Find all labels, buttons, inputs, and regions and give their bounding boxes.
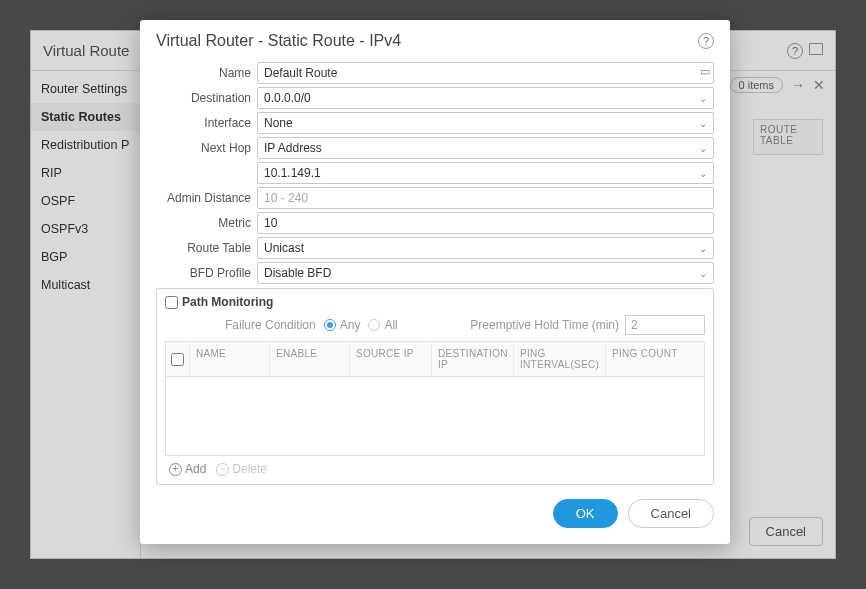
modal-footer: OK Cancel [140,485,730,528]
pm-table-head: NAME ENABLE SOURCE IP DESTINATION IP PIN… [166,342,704,377]
pm-title-row: Path Monitoring [165,295,705,309]
pm-add-button[interactable]: + Add [169,462,206,476]
nexthop-value: 10.1.149.1 [264,166,321,180]
modal-body: Name ▭ Destination 0.0.0.0/0 ⌄ Interface… [140,58,730,485]
label-admin: Admin Distance [156,191,257,205]
admin-distance-input[interactable] [257,187,714,209]
row-bfd: BFD Profile Disable BFD ⌄ [156,262,714,284]
row-admin: Admin Distance [156,187,714,209]
chevron-down-icon: ⌄ [699,168,707,179]
pm-col-ping-count: PING COUNT [606,342,704,376]
label-rtable: Route Table [156,241,257,255]
delete-label: Delete [232,462,267,476]
pm-footer: + Add − Delete [165,456,705,476]
row-rtable: Route Table Unicast ⌄ [156,237,714,259]
label-nexthop: Next Hop [156,141,257,155]
radio-on-icon [324,319,336,331]
hold-time-input[interactable] [625,315,705,335]
name-input-wrap: ▭ [257,62,714,84]
route-table-select[interactable]: Unicast ⌄ [257,237,714,259]
row-interface: Interface None ⌄ [156,112,714,134]
row-nexthop-value: 10.1.149.1 ⌄ [156,162,714,184]
failure-all-radio[interactable]: All [368,318,397,332]
modal-help-icon[interactable]: ? [698,33,714,49]
pm-select-all-checkbox[interactable] [171,353,184,366]
cancel-button[interactable]: Cancel [628,499,714,528]
ok-button[interactable]: OK [553,499,618,528]
row-destination: Destination 0.0.0.0/0 ⌄ [156,87,714,109]
path-monitoring-checkbox[interactable] [165,296,178,309]
nexthop-type-select[interactable]: IP Address ⌄ [257,137,714,159]
destination-value: 0.0.0.0/0 [264,91,311,105]
nexthop-type-value: IP Address [264,141,322,155]
interface-select[interactable]: None ⌄ [257,112,714,134]
failure-condition-label: Failure Condition [225,318,316,332]
chevron-down-icon: ⌄ [699,268,707,279]
name-clear-icon[interactable]: ▭ [700,65,710,78]
pm-col-checkbox [166,342,190,376]
pm-col-destination-ip: DESTINATION IP [432,342,514,376]
destination-select[interactable]: 0.0.0.0/0 ⌄ [257,87,714,109]
radio-off-icon [368,319,380,331]
chevron-down-icon: ⌄ [699,143,707,154]
interface-value: None [264,116,293,130]
chevron-down-icon: ⌄ [699,243,707,254]
row-name: Name ▭ [156,62,714,84]
plus-icon: + [169,463,182,476]
pm-col-source-ip: SOURCE IP [350,342,432,376]
row-nexthop: Next Hop IP Address ⌄ [156,137,714,159]
route-table-value: Unicast [264,241,304,255]
pm-hold-wrap: Preemptive Hold Time (min) [470,315,705,335]
pm-col-enable: ENABLE [270,342,350,376]
hold-label: Preemptive Hold Time (min) [470,318,619,332]
bfd-profile-value: Disable BFD [264,266,331,280]
label-metric: Metric [156,216,257,230]
pm-title: Path Monitoring [182,295,273,309]
label-interface: Interface [156,116,257,130]
modal-title: Virtual Router - Static Route - IPv4 [156,32,401,50]
label-name: Name [156,66,257,80]
pm-col-name: NAME [190,342,270,376]
pm-table: NAME ENABLE SOURCE IP DESTINATION IP PIN… [165,341,705,456]
metric-input[interactable] [257,212,714,234]
any-label: Any [340,318,361,332]
chevron-down-icon: ⌄ [699,93,707,104]
pm-col-ping-interval: PING INTERVAL(SEC) [514,342,606,376]
add-label: Add [185,462,206,476]
nexthop-value-select[interactable]: 10.1.149.1 ⌄ [257,162,714,184]
pm-controls: Failure Condition Any All Preemptive Hol… [165,315,705,335]
failure-any-radio[interactable]: Any [324,318,361,332]
bfd-profile-select[interactable]: Disable BFD ⌄ [257,262,714,284]
all-label: All [384,318,397,332]
row-metric: Metric [156,212,714,234]
name-input[interactable] [257,62,714,84]
path-monitoring-fieldset: Path Monitoring Failure Condition Any Al… [156,288,714,485]
static-route-modal: Virtual Router - Static Route - IPv4 ? N… [140,20,730,544]
minus-icon: − [216,463,229,476]
modal-header: Virtual Router - Static Route - IPv4 ? [140,20,730,58]
label-destination: Destination [156,91,257,105]
chevron-down-icon: ⌄ [699,118,707,129]
label-bfd: BFD Profile [156,266,257,280]
pm-table-body [166,377,704,455]
pm-delete-button[interactable]: − Delete [216,462,267,476]
